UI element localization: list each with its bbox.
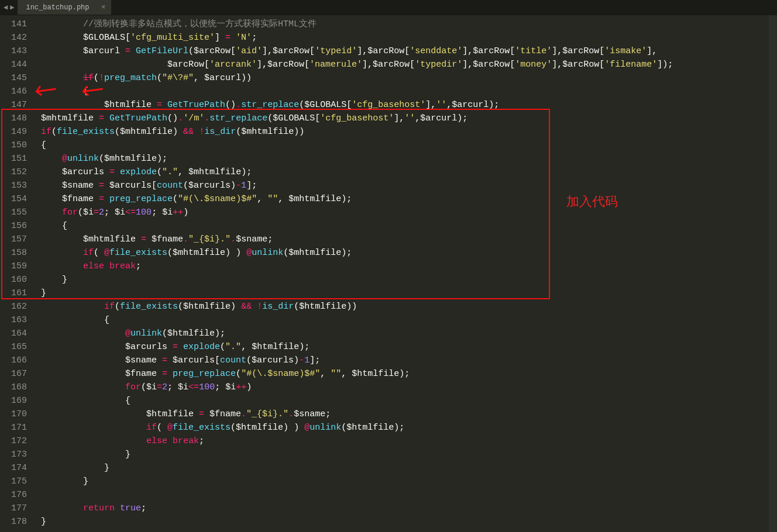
code-content[interactable]: //强制转换非多站点模式，以便统一方式获得实际HTML文件 $GLOBALS['… xyxy=(35,15,777,532)
editor-area[interactable]: 141 142 143 144 145 146 147 148 149 150 … xyxy=(0,15,777,532)
minimap-scrollbar[interactable] xyxy=(769,15,777,532)
nav-back-icon[interactable]: ◀ xyxy=(4,3,8,12)
line-number-gutter: 141 142 143 144 145 146 147 148 149 150 … xyxy=(0,15,35,532)
close-icon[interactable]: × xyxy=(101,3,106,12)
tab-filename: inc_batchup.php xyxy=(26,4,89,12)
nav-arrows: ◀ ▶ xyxy=(0,0,18,15)
nav-forward-icon[interactable]: ▶ xyxy=(10,3,14,12)
tab-bar: ◀ ▶ inc_batchup.php × xyxy=(0,0,777,15)
tab-active[interactable]: inc_batchup.php × xyxy=(18,0,111,15)
